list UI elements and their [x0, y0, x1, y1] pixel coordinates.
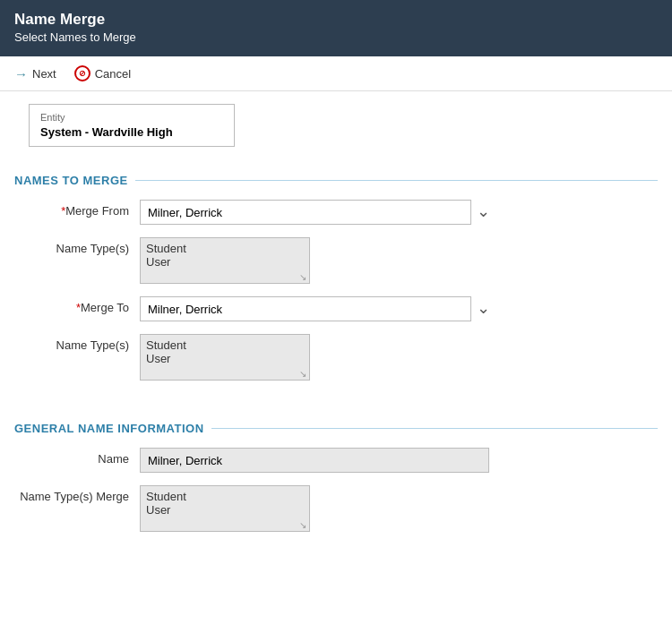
resize-handle-merge-to: ↘	[299, 370, 308, 379]
merge-from-row: *Merge From Milner, Derrick ⌄	[14, 200, 658, 225]
merge-to-control: Milner, Derrick ⌄	[140, 296, 658, 321]
merge-from-name-type-1: Student	[146, 242, 304, 255]
entity-label: Entity	[40, 112, 223, 123]
name-types-merge-row: Name Type(s) Merge Student User ↘	[14, 485, 658, 532]
merge-from-name-types-control: Student User ↘	[140, 237, 658, 284]
names-to-merge-header: NAMES TO MERGE	[14, 174, 658, 187]
page-header: Name Merge Select Names to Merge	[0, 0, 672, 56]
cancel-button[interactable]: ⊘ Cancel	[74, 65, 131, 81]
general-name-header: GENERAL NAME INFORMATION	[14, 422, 658, 435]
merge-to-name-types-listbox[interactable]: Student User ↘	[140, 334, 310, 381]
name-control: Milner, Derrick	[140, 448, 658, 473]
merge-to-dropdown[interactable]: Milner, Derrick	[140, 296, 471, 321]
merge-to-name-types-row: Name Type(s) Student User ↘	[14, 334, 658, 381]
merge-from-name-types-listbox[interactable]: Student User ↘	[140, 237, 310, 284]
names-to-merge-section: NAMES TO MERGE *Merge From Milner, Derri…	[0, 174, 672, 407]
merge-from-control: Milner, Derrick ⌄	[140, 200, 658, 225]
name-types-merge-2: User	[146, 503, 304, 517]
next-label: Next	[32, 67, 56, 81]
names-to-merge-divider	[135, 180, 658, 181]
merge-to-row: *Merge To Milner, Derrick ⌄	[14, 296, 658, 321]
general-name-divider	[211, 428, 658, 429]
name-readonly-field: Milner, Derrick	[140, 448, 489, 473]
merge-from-value: Milner, Derrick	[148, 206, 222, 219]
general-name-section: GENERAL NAME INFORMATION Name Milner, De…	[0, 422, 672, 559]
general-name-title: GENERAL NAME INFORMATION	[14, 422, 204, 435]
resize-handle-merge-from: ↘	[299, 273, 308, 282]
merge-from-name-types-row: Name Type(s) Student User ↘	[14, 237, 658, 284]
merge-to-chevron-icon[interactable]: ⌄	[477, 298, 490, 318]
resize-handle-name-types-merge: ↘	[299, 521, 308, 530]
merge-from-name-types-label: Name Type(s)	[14, 237, 140, 255]
merge-from-dropdown[interactable]: Milner, Derrick	[140, 200, 471, 225]
merge-to-value: Milner, Derrick	[148, 303, 222, 316]
toolbar: → Next ⊘ Cancel	[0, 56, 672, 91]
merge-to-name-types-label: Name Type(s)	[14, 334, 140, 352]
entity-box: Entity System - Wardville High	[29, 104, 235, 147]
merge-from-chevron-icon[interactable]: ⌄	[477, 201, 490, 221]
merge-from-name-type-2: User	[146, 255, 304, 269]
next-button[interactable]: → Next	[14, 66, 56, 81]
merge-to-name-types-control: Student User ↘	[140, 334, 658, 381]
page-title: Name Merge	[14, 11, 658, 29]
next-arrow-icon: →	[14, 66, 28, 81]
entity-value: System - Wardville High	[40, 125, 223, 139]
name-types-merge-listbox[interactable]: Student User ↘	[140, 485, 310, 532]
merge-from-label: *Merge From	[14, 200, 140, 218]
name-types-merge-control: Student User ↘	[140, 485, 658, 532]
name-types-merge-1: Student	[146, 490, 304, 503]
name-types-merge-label: Name Type(s) Merge	[14, 485, 140, 503]
merge-to-name-type-1: Student	[146, 338, 304, 352]
name-value: Milner, Derrick	[148, 454, 222, 467]
names-to-merge-title: NAMES TO MERGE	[14, 174, 128, 187]
cancel-icon: ⊘	[74, 65, 90, 81]
page-subtitle: Select Names to Merge	[14, 30, 658, 44]
cancel-label: Cancel	[95, 67, 131, 81]
merge-to-name-type-2: User	[146, 352, 304, 365]
name-row: Name Milner, Derrick	[14, 448, 658, 473]
name-label: Name	[14, 448, 140, 466]
merge-to-label: *Merge To	[14, 296, 140, 314]
